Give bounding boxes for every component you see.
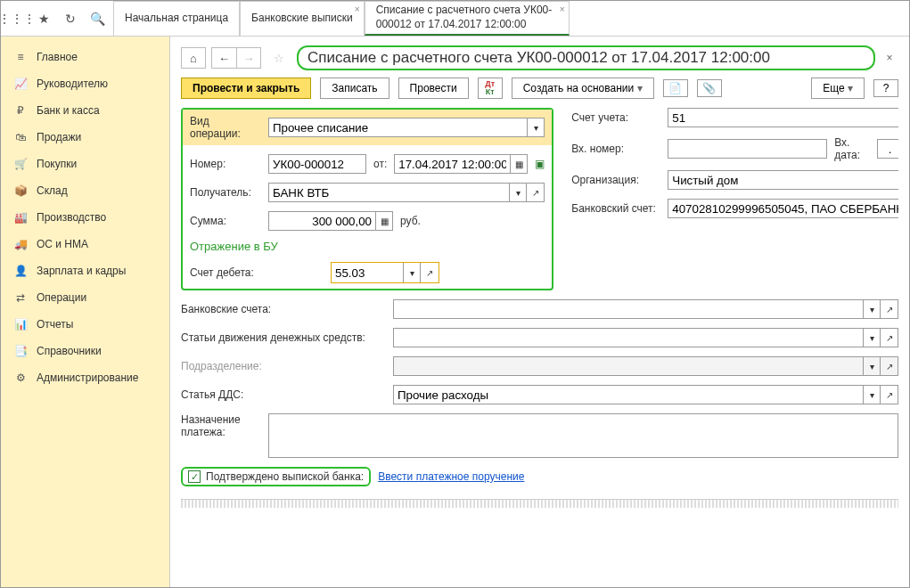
sidebar-item-operations[interactable]: ⇄Операции	[1, 284, 169, 311]
bank-accounts-input[interactable]	[393, 299, 863, 319]
org-row: Организация: ▾ ↗	[571, 170, 898, 190]
attach-button[interactable]: 📎	[697, 79, 722, 97]
more-button[interactable]: Еще	[811, 78, 865, 99]
sidebar-item-reports[interactable]: 📊Отчеты	[1, 311, 169, 338]
print-button[interactable]: 📄	[663, 79, 688, 97]
top-bar: ⋮⋮⋮ ★ ↻ 🔍 Начальная страница Банковские …	[1, 1, 909, 37]
box-icon: 📦	[13, 184, 28, 197]
post-button[interactable]: Провести	[398, 78, 469, 99]
forward-button[interactable]: →	[236, 47, 261, 69]
dropdown-icon: ▾	[863, 356, 881, 376]
debit-account-input[interactable]	[332, 263, 403, 282]
resize-handle[interactable]	[181, 499, 898, 508]
sidebar-item-sales[interactable]: 🛍Продажи	[1, 124, 169, 151]
dropdown-icon[interactable]: ▾	[509, 183, 527, 202]
dds-input[interactable]	[393, 385, 863, 404]
sidebar-item-label: Главное	[37, 51, 78, 63]
sidebar-item-warehouse[interactable]: 📦Склад	[1, 177, 169, 204]
apps-icon[interactable]: ⋮⋮⋮	[4, 6, 29, 31]
sidebar-item-manager[interactable]: 📈Руководителю	[1, 70, 169, 97]
open-icon[interactable]: ↗	[881, 385, 898, 404]
star-icon[interactable]: ★	[31, 6, 56, 31]
close-button[interactable]: ×	[881, 52, 898, 64]
confirmed-checkbox[interactable]: ✓	[188, 470, 201, 483]
posted-icon: ▣	[535, 158, 545, 170]
enter-payment-link[interactable]: Ввести платежное поручение	[378, 470, 524, 483]
tab-writeoff[interactable]: Списание с расчетного счета УК00-000012 …	[365, 1, 570, 36]
bank-account-input[interactable]	[668, 199, 898, 218]
sum-input[interactable]	[268, 211, 375, 231]
open-icon[interactable]: ↗	[527, 183, 545, 202]
inc-number-input[interactable]	[668, 139, 827, 159]
favorite-button[interactable]: ☆	[266, 47, 291, 69]
document-toolbar: Провести и закрыть Записать Провести ДтК…	[181, 78, 898, 99]
cart-icon: 🛒	[13, 158, 28, 170]
close-icon[interactable]: ×	[560, 4, 565, 15]
sidebar: ≡Главное 📈Руководителю ₽Банк и касса 🛍Пр…	[1, 37, 170, 587]
sidebar-item-payroll[interactable]: 👤Зарплата и кадры	[1, 257, 169, 284]
sidebar-item-label: Банк и касса	[37, 104, 100, 117]
highlighted-group: Вид операции: ▾ Номер: от:	[181, 108, 553, 290]
sidebar-item-admin[interactable]: ⚙Администрирование	[1, 364, 169, 391]
dropdown-icon[interactable]: ▾	[863, 299, 881, 319]
sidebar-item-label: Покупки	[37, 158, 77, 170]
cashflow-items-input[interactable]	[393, 328, 863, 347]
post-close-button[interactable]: Провести и закрыть	[181, 78, 311, 99]
date-input[interactable]	[394, 154, 510, 174]
dropdown-icon[interactable]: ▾	[863, 328, 881, 347]
bank-account-label: Банковский счет:	[571, 202, 660, 215]
chart-icon: 📈	[13, 78, 28, 90]
search-icon[interactable]: 🔍	[85, 6, 110, 31]
recipient-input[interactable]	[268, 183, 509, 202]
sidebar-item-catalogs[interactable]: 📑Справочники	[1, 338, 169, 364]
op-type-row: Вид операции: ▾	[183, 110, 552, 145]
truck-icon: 🚚	[13, 238, 28, 250]
sidebar-item-purchases[interactable]: 🛒Покупки	[1, 151, 169, 177]
purpose-row: Назначение платежа:	[181, 413, 898, 458]
cashflow-items-row: Статьи движения денежных средств: ▾ ↗	[181, 328, 898, 347]
close-icon[interactable]: ×	[355, 4, 360, 15]
sum-row: Сумма: ▦ руб.	[190, 211, 545, 231]
sidebar-item-assets[interactable]: 🚚ОС и НМА	[1, 231, 169, 257]
sidebar-item-production[interactable]: 🏭Производство	[1, 204, 169, 231]
ruble-icon: ₽	[13, 104, 28, 117]
home-button[interactable]: ⌂	[181, 47, 206, 69]
open-icon[interactable]: ↗	[881, 328, 898, 347]
back-button[interactable]: ←	[211, 47, 236, 69]
op-type-input[interactable]	[268, 118, 527, 137]
tab-home[interactable]: Начальная страница	[113, 1, 240, 36]
division-label: Подразделение:	[181, 360, 386, 372]
open-icon[interactable]: ↗	[421, 263, 439, 282]
account-input[interactable]	[668, 108, 898, 127]
tab-bank-statements[interactable]: Банковские выписки×	[240, 1, 365, 36]
dropdown-icon[interactable]: ▾	[527, 118, 545, 137]
create-based-button[interactable]: Создать на основании	[512, 78, 654, 99]
number-row: Номер: от: ▦ ▣	[190, 154, 545, 174]
sidebar-item-label: Отчеты	[37, 318, 73, 331]
bank-accounts-label: Банковские счета:	[181, 303, 386, 315]
inc-date-input[interactable]	[877, 139, 898, 159]
number-label: Номер:	[190, 158, 261, 170]
open-icon[interactable]: ↗	[881, 299, 898, 319]
org-input[interactable]	[668, 170, 898, 190]
history-icon[interactable]: ↻	[58, 6, 83, 31]
help-button[interactable]: ?	[873, 79, 898, 97]
dtkt-button[interactable]: ДтКт	[478, 78, 503, 99]
dropdown-icon[interactable]: ▾	[863, 385, 881, 404]
save-button[interactable]: Записать	[320, 78, 389, 99]
dtkt-icon: ДтКт	[485, 80, 495, 96]
bank-accounts-row: Банковские счета: ▾ ↗	[181, 299, 898, 319]
factory-icon: 🏭	[13, 211, 28, 224]
gear-icon: ⚙	[13, 372, 28, 384]
sidebar-item-main[interactable]: ≡Главное	[1, 44, 169, 70]
number-input[interactable]	[268, 154, 366, 174]
purpose-input[interactable]	[268, 413, 898, 458]
sidebar-item-bank[interactable]: ₽Банк и касса	[1, 97, 169, 124]
inc-number-label: Вх. номер:	[571, 143, 660, 155]
calendar-icon[interactable]: ▦	[510, 154, 528, 174]
form-area: Вид операции: ▾ Номер: от:	[181, 108, 898, 587]
dropdown-icon[interactable]: ▾	[403, 263, 421, 282]
open-icon: ↗	[881, 356, 898, 376]
calculator-icon[interactable]: ▦	[375, 211, 393, 231]
page-title: Списание с расчетного счета УК00-000012 …	[297, 45, 875, 70]
